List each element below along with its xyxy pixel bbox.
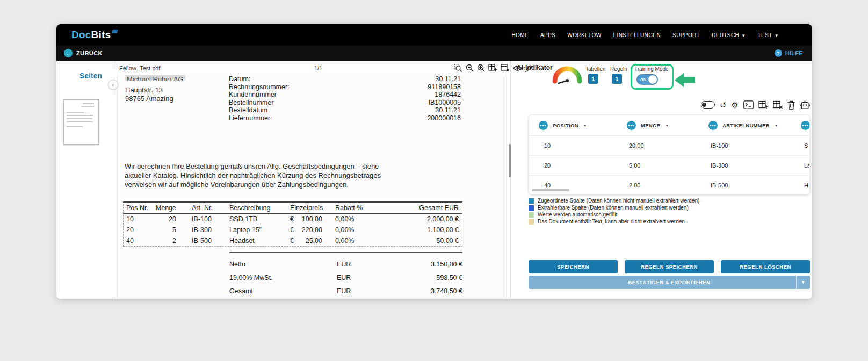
table-delete-row-icon[interactable] <box>773 100 783 109</box>
legend-color-swatch <box>529 212 534 218</box>
page-indicator: 1/1 <box>314 65 322 71</box>
doc-meta-label: Bestelldatum <box>229 106 267 114</box>
logo-text-doc: Doc <box>71 29 91 41</box>
sidebar-collapse-button[interactable]: ‹ <box>108 80 118 90</box>
panel-divider <box>510 61 511 299</box>
question-mark-icon: ? <box>775 49 782 57</box>
doc-col-gesamt: Gesamt EUR <box>371 204 462 212</box>
doc-col-einzelpreis: Einzelpreis <box>279 204 332 212</box>
column-header-artikelnummer[interactable]: ••• ARTIKELNUMMER ▼ <box>700 121 792 130</box>
extraction-table-row[interactable]: 1020,00IB-100S <box>529 135 809 155</box>
column-menu-icon[interactable]: ••• <box>627 121 636 130</box>
nav-user-dropdown[interactable]: TEST▼ <box>758 32 779 38</box>
column-menu-icon[interactable]: ••• <box>801 121 810 130</box>
table-delete-column-icon[interactable] <box>501 64 510 72</box>
back-button[interactable]: ← ZURÜCK <box>64 49 103 57</box>
legend-item-label: Das Dokument enthält Text, kann aber nic… <box>538 219 685 225</box>
ai-indicator-label: AI-Indikator <box>517 64 553 71</box>
page-thumbnail[interactable] <box>63 99 99 145</box>
sidebar-divider <box>114 61 114 299</box>
zoom-in-icon[interactable] <box>477 64 485 72</box>
toggle-knob <box>648 75 657 84</box>
training-mode-label: Training Mode <box>634 66 669 72</box>
doc-sender-highlight: Michael Huber AG <box>125 74 185 81</box>
extraction-table: ••• POSITION ▼ ••• MENGE ▼ ••• ARTIKELNU… <box>529 115 810 194</box>
column-header-position[interactable]: ••• POSITION ▼ <box>529 121 619 130</box>
back-arrow-icon: ← <box>64 49 73 57</box>
doc-col-menge: Menge <box>155 204 183 212</box>
legend-item: Das Dokument enthält Text, kann aber nic… <box>529 219 685 225</box>
help-button[interactable]: ? HILFE <box>775 49 803 57</box>
zoom-area-icon[interactable] <box>454 64 462 72</box>
table-horizontal-scrollbar[interactable] <box>532 189 569 191</box>
doc-address-line: 98765 Amazing <box>125 95 173 103</box>
chevron-down-icon: ▼ <box>741 33 746 38</box>
chevron-left-icon: ‹ <box>112 81 114 89</box>
column-sort-caret-icon: ▼ <box>775 124 778 127</box>
doc-total-row: GesamtEUR3.748,50 € <box>229 284 462 298</box>
doc-meta-value: 200000016 <box>427 114 461 122</box>
main-navigation: HOME APPS WORKFLOW EINSTELLUNGEN SUPPORT… <box>511 24 779 46</box>
legend-item-label: Zugeordnete Spalte (Daten können nicht m… <box>538 198 699 204</box>
legend-item: Zugeordnete Spalte (Daten können nicht m… <box>529 198 699 204</box>
doc-col-posnr: Pos Nr. <box>124 204 155 212</box>
desktop-background: DocBits HOME APPS WORKFLOW EINSTELLUNGEN… <box>0 0 868 361</box>
doc-invoice-meta: Datum:30.11.21 Rechnungsnummer:911890158… <box>229 75 461 122</box>
table-insert-row-icon[interactable] <box>758 100 768 109</box>
doc-table-row: 10 20 IB-100 SSD 1TB €100,00 0,00% 2.000… <box>124 214 462 225</box>
doc-totals-divider <box>229 252 462 253</box>
gear-icon[interactable]: ⚙ <box>732 101 739 109</box>
delete-rules-button[interactable]: REGELN LÖSCHEN <box>721 260 810 273</box>
legend-item: Werte werden automatisch gefüllt <box>529 212 617 218</box>
toggle-off-icon[interactable] <box>701 101 715 109</box>
extraction-table-row[interactable]: 205,00IB-300La <box>529 155 809 175</box>
doc-table-header-row: Pos Nr. Menge Art. Nr. Beschreibung Einz… <box>124 203 462 214</box>
column-sort-caret-icon: ▼ <box>665 124 669 127</box>
column-menu-icon[interactable]: ••• <box>708 121 718 130</box>
column-header-clipped[interactable]: ••• <box>792 121 810 130</box>
doc-terms-paragraph: Wir berechnen Ihre Bestellung gemäß unsr… <box>125 162 451 189</box>
doc-meta-label: Bestellnummer <box>229 99 273 107</box>
doc-meta-label: Liefernummer: <box>229 114 272 122</box>
nav-einstellungen[interactable]: EINSTELLUNGEN <box>613 32 661 38</box>
extraction-table-row[interactable]: 402,00IB-500H <box>529 175 809 194</box>
confirm-export-button[interactable]: BESTÄTIGEN & EXPORTIEREN ▼ <box>529 276 810 289</box>
docbits-logo[interactable]: DocBits <box>71 29 118 41</box>
rules-count-badge[interactable]: 1 <box>612 74 622 84</box>
nav-apps[interactable]: APPS <box>540 32 555 38</box>
nav-workflow[interactable]: WORKFLOW <box>567 32 601 38</box>
sub-header-bar: ← ZURÜCK ? HILFE <box>56 46 812 61</box>
doc-meta-label: Kundennummer <box>229 91 277 99</box>
undo-icon[interactable]: ↺ <box>720 101 727 109</box>
training-mode-toggle[interactable]: ON <box>636 74 658 85</box>
logo-text-bits: Bits <box>91 29 111 41</box>
column-sort-caret-icon: ▼ <box>583 124 587 127</box>
robot-icon[interactable] <box>800 100 810 110</box>
save-button[interactable]: SPEICHERN <box>529 260 618 273</box>
doc-meta-label: Rechnungsnummer: <box>229 83 290 91</box>
save-rules-button[interactable]: REGELN SPEICHERN <box>625 260 714 273</box>
doc-total-row: 19,00% MwSt.EUR598,50 € <box>229 271 462 284</box>
table-insert-column-icon[interactable] <box>488 64 497 72</box>
zoom-out-icon[interactable] <box>466 64 474 72</box>
confirm-dropdown-caret[interactable]: ▼ <box>796 276 810 289</box>
tables-count-badge[interactable]: 1 <box>588 74 598 84</box>
doc-table-row: 40 2 IB-500 Headset €25,00 0,00% 50,00 € <box>124 235 462 246</box>
doc-meta-value: 1876442 <box>435 91 461 99</box>
viewer-scrollbar-thumb[interactable] <box>509 144 511 177</box>
nav-home[interactable]: HOME <box>511 32 529 38</box>
legend-item-label: Extrahierbare Spalte (Daten können manue… <box>538 205 689 211</box>
ai-confidence-gauge-icon <box>552 66 582 87</box>
trash-icon[interactable] <box>787 100 795 110</box>
column-header-menge[interactable]: ••• MENGE ▼ <box>619 121 700 130</box>
nav-language-dropdown[interactable]: DEUTSCH▼ <box>712 32 746 38</box>
nav-support[interactable]: SUPPORT <box>672 32 700 38</box>
doc-meta-value: 30.11.21 <box>435 75 461 83</box>
terminal-icon[interactable] <box>743 100 754 109</box>
extraction-toolbar: ↺ ⚙ <box>701 99 810 111</box>
tables-label: Tabellen <box>585 66 605 72</box>
legend-color-swatch <box>529 219 534 225</box>
doc-address-line: Hauptstr. 13 <box>125 86 163 94</box>
content-area: Seiten ‹ Fellow_Test.pdf 1/1 <box>56 61 812 299</box>
column-menu-icon[interactable]: ••• <box>539 121 548 130</box>
